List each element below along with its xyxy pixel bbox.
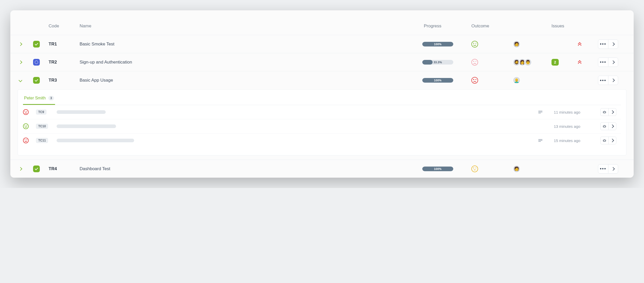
report-bug-button[interactable] (601, 108, 608, 116)
table-row: TR3 Basic App Usage 100% 👨‍🦲 ••• (10, 71, 634, 89)
col-header-code: Code (49, 23, 80, 29)
run-code: TR1 (49, 42, 80, 47)
outcome-sad-icon (23, 109, 29, 115)
table-row: TR1 Basic Smoke Test 100% 🧑 ••• (10, 35, 634, 53)
expand-toggle[interactable] (18, 59, 23, 65)
assignees[interactable]: 👨‍🦲 (513, 76, 551, 84)
assignees[interactable]: 🧔 👩 👨 (513, 58, 551, 66)
detail-tabs: Peter Smith 3 (23, 94, 621, 105)
tab-label: Peter Smith (24, 96, 46, 100)
detail-tab-tester[interactable]: Peter Smith 3 (23, 94, 55, 105)
expand-toggle[interactable] (18, 41, 23, 47)
svg-point-1 (603, 125, 605, 127)
col-header-issues: Issues (551, 23, 577, 29)
notes-icon[interactable] (538, 139, 542, 142)
progress-bar: 100% (422, 78, 453, 83)
outcome-sad-icon (471, 59, 478, 66)
progress-bar: 100% (422, 167, 453, 171)
svg-point-0 (603, 111, 605, 113)
avatar[interactable]: 👨 (524, 58, 532, 66)
svg-point-2 (603, 140, 605, 142)
check-icon (35, 168, 38, 169)
run-code: TR2 (49, 60, 80, 65)
priority-high-icon (577, 43, 582, 46)
test-case-title-placeholder (57, 139, 134, 142)
test-case-row: TC11 15 minutes ago (23, 133, 621, 147)
test-case-code[interactable]: TC10 (36, 124, 48, 129)
run-code: TR4 (49, 166, 80, 171)
row-actions: ••• (598, 58, 618, 67)
more-actions-button[interactable]: ••• (598, 40, 608, 49)
row-actions: ••• (598, 164, 618, 174)
run-name[interactable]: Basic Smoke Test (80, 42, 422, 47)
avatar[interactable]: 👨‍🦲 (513, 76, 520, 84)
open-test-case-button[interactable] (608, 108, 616, 116)
priority-high-icon (577, 61, 582, 64)
table-row: TR4 Dashboard Test 100% 🧑 ••• (10, 160, 634, 178)
table-row: TR2 Sign-up and Authentication 33.3% 🧔 👩… (10, 53, 634, 71)
issues-count-badge[interactable]: 2 (551, 59, 559, 66)
check-icon (35, 80, 38, 81)
run-code: TR3 (49, 78, 80, 83)
open-button[interactable] (608, 40, 618, 49)
status-complete-badge (33, 41, 40, 48)
col-header-name: Name (80, 23, 422, 29)
expand-toggle[interactable] (18, 166, 23, 172)
run-name[interactable]: Sign-up and Authentication (80, 60, 422, 65)
notes-icon[interactable] (538, 111, 542, 113)
progress-bar: 100% (422, 42, 453, 46)
outcome-happy-icon (471, 41, 478, 48)
test-case-actions (600, 122, 616, 130)
expand-toggle[interactable] (18, 77, 23, 83)
status-complete-badge (33, 166, 40, 172)
chevron-right-icon (19, 61, 22, 64)
report-bug-button[interactable] (601, 137, 608, 144)
outcome-neutral-icon (471, 166, 478, 172)
chevron-right-icon (19, 168, 22, 170)
progress-bar: 33.3% (422, 60, 453, 65)
chevron-down-icon (19, 79, 22, 82)
open-button[interactable] (608, 76, 618, 85)
more-actions-button[interactable]: ••• (598, 76, 608, 85)
more-actions-button[interactable]: ••• (598, 58, 608, 67)
col-header-progress: Progress (422, 23, 471, 29)
status-running-badge (33, 59, 40, 66)
more-actions-button[interactable]: ••• (598, 164, 608, 173)
report-bug-button[interactable] (601, 123, 608, 130)
test-case-timestamp: 15 minutes ago (554, 138, 600, 143)
test-runs-card: Code Name Progress Outcome Issues TR1 Ba… (10, 10, 634, 178)
test-case-title-placeholder (57, 110, 106, 114)
test-case-row: TC10 13 minutes ago (23, 119, 621, 133)
chevron-right-icon (19, 43, 22, 45)
test-case-row: TC9 11 minutes ago (23, 105, 621, 119)
spinner-icon (35, 60, 38, 64)
tab-count-badge: 3 (48, 96, 54, 100)
test-case-timestamp: 13 minutes ago (554, 124, 600, 129)
run-name[interactable]: Dashboard Test (80, 166, 422, 171)
row-actions: ••• (598, 76, 618, 85)
test-case-timestamp: 11 minutes ago (554, 110, 600, 114)
avatar[interactable]: 🧑 (513, 165, 520, 173)
test-case-code[interactable]: TC9 (36, 109, 47, 115)
status-complete-badge (33, 77, 40, 84)
col-header-outcome: Outcome (471, 23, 513, 29)
avatar[interactable]: 🧑 (513, 40, 520, 48)
test-case-code[interactable]: TC11 (36, 138, 48, 143)
outcome-sad-icon (23, 138, 29, 143)
run-name[interactable]: Basic App Usage (80, 78, 422, 83)
test-case-actions (600, 137, 616, 144)
assignees[interactable]: 🧑 (513, 165, 551, 173)
outcome-happy-icon (23, 123, 29, 129)
outcome-sad-icon (471, 77, 478, 84)
open-button[interactable] (608, 164, 618, 173)
assignees[interactable]: 🧑 (513, 40, 551, 48)
open-test-case-button[interactable] (608, 123, 616, 130)
test-case-title-placeholder (57, 124, 116, 128)
open-test-case-button[interactable] (608, 137, 616, 144)
run-detail-panel: Peter Smith 3 TC9 11 minutes ago (18, 89, 626, 155)
table-header: Code Name Progress Outcome Issues (10, 17, 634, 35)
check-icon (35, 44, 38, 45)
open-button[interactable] (608, 58, 618, 67)
row-actions: ••• (598, 40, 618, 49)
test-case-actions (600, 108, 616, 116)
